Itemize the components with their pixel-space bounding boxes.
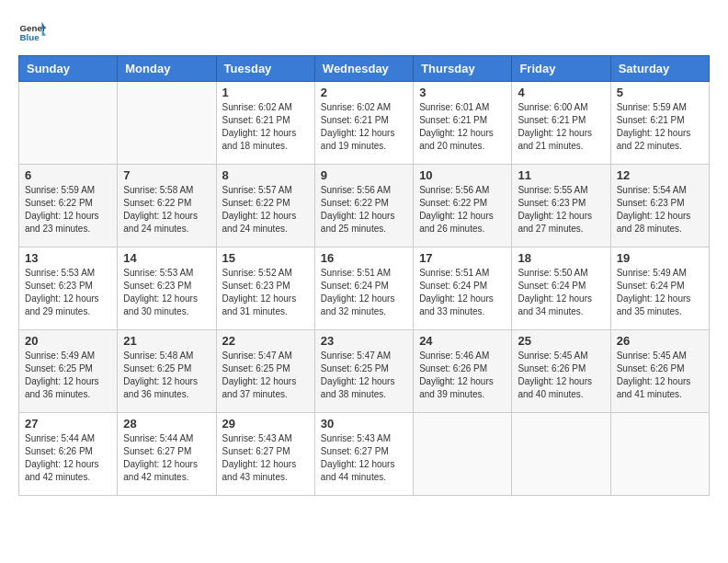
day-info: Sunrise: 5:46 AM Sunset: 6:26 PM Dayligh… (419, 350, 506, 401)
calendar-week-1: 1Sunrise: 6:02 AM Sunset: 6:21 PM Daylig… (19, 82, 710, 165)
day-info: Sunrise: 5:47 AM Sunset: 6:25 PM Dayligh… (222, 350, 309, 401)
day-number: 5 (617, 86, 703, 99)
calendar-cell: 2Sunrise: 6:02 AM Sunset: 6:21 PM Daylig… (314, 82, 413, 165)
day-number: 27 (25, 417, 111, 431)
day-number: 23 (321, 334, 407, 348)
logo-icon: General Blue (18, 18, 46, 46)
day-number: 12 (617, 168, 703, 182)
calendar-header-monday: Monday (118, 56, 216, 82)
day-info: Sunrise: 5:49 AM Sunset: 6:24 PM Dayligh… (617, 267, 703, 318)
calendar-header-thursday: Thursday (414, 56, 512, 82)
day-info: Sunrise: 5:52 AM Sunset: 6:23 PM Dayligh… (222, 267, 309, 318)
day-info: Sunrise: 5:51 AM Sunset: 6:24 PM Dayligh… (321, 267, 407, 318)
day-info: Sunrise: 5:47 AM Sunset: 6:25 PM Dayligh… (321, 350, 407, 401)
day-info: Sunrise: 5:45 AM Sunset: 6:26 PM Dayligh… (617, 350, 703, 401)
calendar-cell (610, 413, 709, 496)
calendar-cell (414, 413, 512, 496)
calendar-cell: 14Sunrise: 5:53 AM Sunset: 6:23 PM Dayli… (118, 247, 216, 330)
calendar-cell: 29Sunrise: 5:43 AM Sunset: 6:27 PM Dayli… (216, 413, 314, 496)
calendar-cell: 30Sunrise: 5:43 AM Sunset: 6:27 PM Dayli… (314, 413, 413, 496)
day-info: Sunrise: 6:02 AM Sunset: 6:21 PM Dayligh… (321, 101, 407, 153)
day-number: 11 (518, 168, 604, 182)
day-info: Sunrise: 5:50 AM Sunset: 6:24 PM Dayligh… (518, 267, 604, 318)
day-info: Sunrise: 5:59 AM Sunset: 6:21 PM Dayligh… (617, 101, 703, 153)
calendar-header-tuesday: Tuesday (216, 56, 314, 82)
day-info: Sunrise: 5:43 AM Sunset: 6:27 PM Dayligh… (222, 432, 309, 484)
calendar-cell: 13Sunrise: 5:53 AM Sunset: 6:23 PM Dayli… (19, 247, 118, 330)
day-info: Sunrise: 5:59 AM Sunset: 6:22 PM Dayligh… (25, 184, 111, 236)
calendar-header-sunday: Sunday (19, 56, 118, 82)
calendar-cell: 8Sunrise: 5:57 AM Sunset: 6:22 PM Daylig… (216, 165, 314, 247)
day-number: 18 (518, 251, 604, 265)
day-info: Sunrise: 5:49 AM Sunset: 6:25 PM Dayligh… (25, 350, 111, 401)
day-info: Sunrise: 5:43 AM Sunset: 6:27 PM Dayligh… (321, 432, 407, 484)
day-number: 24 (419, 334, 506, 348)
calendar-cell: 25Sunrise: 5:45 AM Sunset: 6:26 PM Dayli… (512, 330, 610, 413)
day-info: Sunrise: 5:45 AM Sunset: 6:26 PM Dayligh… (518, 350, 604, 401)
calendar-week-2: 6Sunrise: 5:59 AM Sunset: 6:22 PM Daylig… (19, 165, 710, 247)
calendar-header-saturday: Saturday (610, 56, 709, 82)
day-number: 17 (419, 251, 506, 265)
day-info: Sunrise: 5:54 AM Sunset: 6:23 PM Dayligh… (617, 184, 703, 236)
svg-text:Blue: Blue (20, 32, 40, 42)
calendar-header-wednesday: Wednesday (314, 56, 413, 82)
calendar-header-friday: Friday (512, 56, 610, 82)
calendar-cell: 6Sunrise: 5:59 AM Sunset: 6:22 PM Daylig… (19, 165, 118, 247)
header: General Blue (18, 18, 710, 46)
day-number: 1 (222, 86, 309, 99)
calendar-cell: 17Sunrise: 5:51 AM Sunset: 6:24 PM Dayli… (414, 247, 512, 330)
day-info: Sunrise: 5:48 AM Sunset: 6:25 PM Dayligh… (123, 350, 210, 401)
calendar-week-3: 13Sunrise: 5:53 AM Sunset: 6:23 PM Dayli… (19, 247, 710, 330)
calendar-header-row: SundayMondayTuesdayWednesdayThursdayFrid… (19, 56, 710, 82)
day-number: 20 (25, 334, 111, 348)
day-info: Sunrise: 5:55 AM Sunset: 6:23 PM Dayligh… (518, 184, 604, 236)
calendar-cell: 21Sunrise: 5:48 AM Sunset: 6:25 PM Dayli… (118, 330, 216, 413)
day-number: 26 (617, 334, 703, 348)
calendar-cell: 28Sunrise: 5:44 AM Sunset: 6:27 PM Dayli… (118, 413, 216, 496)
calendar-cell: 26Sunrise: 5:45 AM Sunset: 6:26 PM Dayli… (610, 330, 709, 413)
day-info: Sunrise: 5:53 AM Sunset: 6:23 PM Dayligh… (123, 267, 210, 318)
day-info: Sunrise: 6:02 AM Sunset: 6:21 PM Dayligh… (222, 101, 309, 153)
calendar-cell: 19Sunrise: 5:49 AM Sunset: 6:24 PM Dayli… (610, 247, 709, 330)
day-info: Sunrise: 5:51 AM Sunset: 6:24 PM Dayligh… (419, 267, 506, 318)
day-number: 15 (222, 251, 309, 265)
day-number: 10 (419, 168, 506, 182)
day-info: Sunrise: 6:01 AM Sunset: 6:21 PM Dayligh… (419, 101, 506, 153)
day-number: 21 (123, 334, 210, 348)
day-info: Sunrise: 5:44 AM Sunset: 6:26 PM Dayligh… (25, 432, 111, 484)
day-info: Sunrise: 6:00 AM Sunset: 6:21 PM Dayligh… (518, 101, 604, 153)
calendar-week-5: 27Sunrise: 5:44 AM Sunset: 6:26 PM Dayli… (19, 413, 710, 496)
day-info: Sunrise: 5:56 AM Sunset: 6:22 PM Dayligh… (419, 184, 506, 236)
day-number: 28 (123, 417, 210, 431)
day-info: Sunrise: 5:44 AM Sunset: 6:27 PM Dayligh… (123, 432, 210, 484)
calendar-cell: 1Sunrise: 6:02 AM Sunset: 6:21 PM Daylig… (216, 82, 314, 165)
day-number: 7 (123, 168, 210, 182)
calendar-cell: 22Sunrise: 5:47 AM Sunset: 6:25 PM Dayli… (216, 330, 314, 413)
logo: General Blue (18, 18, 46, 46)
calendar-cell: 27Sunrise: 5:44 AM Sunset: 6:26 PM Dayli… (19, 413, 118, 496)
day-number: 25 (518, 334, 604, 348)
calendar-cell: 11Sunrise: 5:55 AM Sunset: 6:23 PM Dayli… (512, 165, 610, 247)
day-info: Sunrise: 5:57 AM Sunset: 6:22 PM Dayligh… (222, 184, 309, 236)
day-number: 14 (123, 251, 210, 265)
day-number: 16 (321, 251, 407, 265)
calendar-cell: 9Sunrise: 5:56 AM Sunset: 6:22 PM Daylig… (314, 165, 413, 247)
day-number: 30 (321, 417, 407, 431)
day-number: 22 (222, 334, 309, 348)
day-number: 8 (222, 168, 309, 182)
calendar-cell: 5Sunrise: 5:59 AM Sunset: 6:21 PM Daylig… (610, 82, 709, 165)
day-number: 6 (25, 168, 111, 182)
calendar-cell: 23Sunrise: 5:47 AM Sunset: 6:25 PM Dayli… (314, 330, 413, 413)
day-info: Sunrise: 5:53 AM Sunset: 6:23 PM Dayligh… (25, 267, 111, 318)
day-number: 9 (321, 168, 407, 182)
calendar-cell (118, 82, 216, 165)
calendar-cell: 12Sunrise: 5:54 AM Sunset: 6:23 PM Dayli… (610, 165, 709, 247)
calendar-cell (512, 413, 610, 496)
calendar-cell: 24Sunrise: 5:46 AM Sunset: 6:26 PM Dayli… (414, 330, 512, 413)
calendar-cell: 3Sunrise: 6:01 AM Sunset: 6:21 PM Daylig… (414, 82, 512, 165)
day-info: Sunrise: 5:58 AM Sunset: 6:22 PM Dayligh… (123, 184, 210, 236)
calendar-cell: 20Sunrise: 5:49 AM Sunset: 6:25 PM Dayli… (19, 330, 118, 413)
day-number: 19 (617, 251, 703, 265)
day-number: 2 (321, 86, 407, 99)
day-info: Sunrise: 5:56 AM Sunset: 6:22 PM Dayligh… (321, 184, 407, 236)
